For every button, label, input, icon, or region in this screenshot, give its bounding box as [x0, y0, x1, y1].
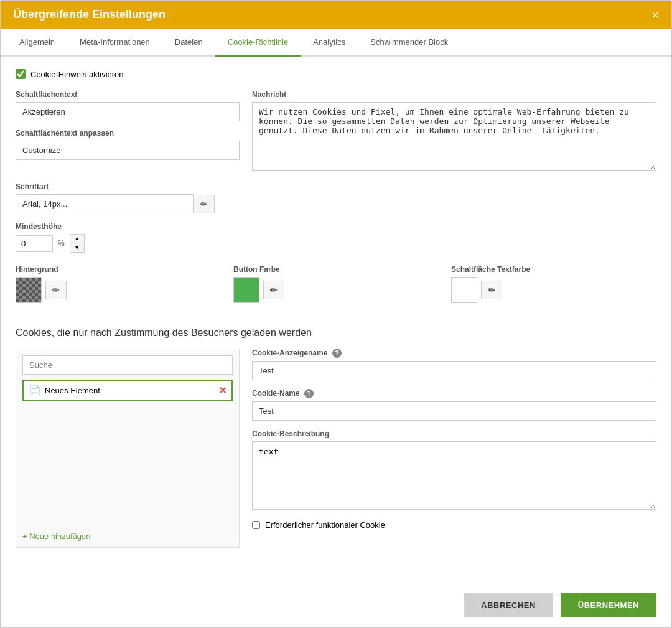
right-panel: Cookie-Anzeigename ? Cookie-Name ? Cooki…: [252, 349, 656, 548]
button-text-input[interactable]: [16, 102, 240, 121]
cookie-display-name-input[interactable]: [252, 361, 656, 380]
textfarbe-label: Schaltfläche Textfarbe: [451, 265, 656, 274]
add-new-link[interactable]: + Neue hinzufügen: [22, 525, 233, 541]
functional-cookie-label: Erforderlicher funktionaler Cookie: [265, 520, 385, 530]
background-swatch-row: ✏: [16, 277, 221, 303]
cookie-display-name-help[interactable]: ?: [332, 349, 342, 358]
functional-cookie-row: Erforderlicher funktionaler Cookie: [252, 520, 656, 530]
activate-checkbox-label: Cookie-Hinweis aktivieren: [30, 70, 124, 79]
tab-bar: Allgemein Meta-Informationen Dateien Coo…: [1, 29, 671, 57]
tab-cookie[interactable]: Cookie-Richtlinie: [215, 29, 301, 57]
button-text-customize-input[interactable]: [16, 141, 240, 160]
stepper-up-button[interactable]: ▲: [70, 235, 84, 243]
min-height-section: Mindesthöhe % ▲ ▼: [16, 222, 656, 253]
background-label: Hintergrund: [16, 265, 221, 274]
top-two-col: Schaltflächentext Schaltflächentext anpa…: [16, 90, 656, 172]
cookie-name-input[interactable]: [252, 401, 656, 421]
stepper-down-button[interactable]: ▼: [70, 243, 84, 252]
stepper-buttons: ▲ ▼: [70, 234, 85, 253]
cookie-name-help[interactable]: ?: [304, 389, 314, 398]
cookie-display-name-label: Cookie-Anzeigename ?: [252, 349, 656, 358]
button-farbe-edit-button[interactable]: ✏: [263, 281, 284, 299]
close-button[interactable]: ×: [651, 9, 659, 21]
min-height-row: % ▲ ▼: [16, 234, 656, 253]
message-textarea[interactable]: Wir nutzen Cookies und Pixel, um Ihnen e…: [252, 102, 656, 171]
left-panel: 📄 Neues Element ✕ + Neue hinzufügen: [16, 349, 240, 548]
bottom-section: 📄 Neues Element ✕ + Neue hinzufügen Cook…: [16, 349, 656, 548]
functional-cookie-checkbox[interactable]: [252, 521, 260, 529]
textfarbe-swatch-row: ✏: [451, 277, 656, 303]
dialog-body: Cookie-Hinweis aktivieren Schaltflächent…: [1, 57, 671, 583]
button-text-customize-label: Schaltflächentext anpassen: [16, 129, 240, 138]
remove-item-button[interactable]: ✕: [218, 385, 226, 396]
background-swatch: [16, 277, 42, 303]
textfarbe-col: Schaltfläche Textfarbe ✏: [451, 265, 656, 303]
button-farbe-swatch: [233, 277, 259, 303]
color-row: Hintergrund ✏ Button Farbe ✏ Schaltfläch…: [16, 265, 656, 303]
message-col: Nachricht Wir nutzen Cookies und Pixel, …: [252, 90, 656, 172]
font-label: Schriftart: [16, 182, 656, 191]
tab-meta[interactable]: Meta-Informationen: [67, 29, 162, 57]
message-label: Nachricht: [252, 90, 656, 99]
cookie-name-label: Cookie-Name ?: [252, 389, 656, 398]
dialog-title: Übergreifende Einstellungen: [13, 8, 166, 21]
cookie-description-label: Cookie-Beschreibung: [252, 429, 656, 438]
font-edit-button[interactable]: ✏: [194, 195, 215, 213]
textfarbe-swatch: [451, 277, 477, 303]
button-farbe-swatch-row: ✏: [233, 277, 439, 303]
font-field: ✏: [16, 194, 215, 213]
search-input[interactable]: [22, 355, 233, 375]
min-height-unit: %: [58, 239, 65, 248]
textfarbe-edit-button[interactable]: ✏: [481, 281, 502, 299]
background-col: Hintergrund ✏: [16, 265, 221, 303]
min-height-label: Mindesthöhe: [16, 222, 656, 231]
button-text-col: Schaltflächentext Schaltflächentext anpa…: [16, 90, 240, 172]
tab-dateien[interactable]: Dateien: [162, 29, 215, 57]
font-input[interactable]: [16, 194, 194, 213]
apply-button[interactable]: ÜBERNEHMEN: [561, 593, 656, 617]
cookie-description-textarea[interactable]: text: [252, 441, 656, 510]
button-farbe-col: Button Farbe ✏: [233, 265, 439, 303]
section-divider: [16, 316, 656, 316]
list-item[interactable]: 📄 Neues Element ✕: [22, 380, 233, 401]
tab-schwimmend[interactable]: Schwimmender Block: [358, 29, 460, 57]
tab-allgemein[interactable]: Allgemein: [7, 29, 67, 57]
min-height-input[interactable]: [16, 235, 53, 252]
section-title: Cookies, die nur nach Zustimmung des Bes…: [16, 327, 656, 339]
tab-analytics[interactable]: Analytics: [301, 29, 358, 57]
button-text-label: Schaltflächentext: [16, 90, 240, 99]
font-row: Schriftart ✏: [16, 182, 656, 213]
background-edit-button[interactable]: ✏: [45, 281, 67, 299]
dialog-container: Übergreifende Einstellungen × Allgemein …: [0, 0, 672, 628]
activate-checkbox[interactable]: [16, 69, 26, 79]
cookie-name-field: Cookie-Name ?: [252, 389, 656, 421]
list-item-inner: 📄 Neues Element: [29, 385, 100, 396]
cookie-description-field: Cookie-Beschreibung text: [252, 429, 656, 512]
dialog-footer: ABBRECHEN ÜBERNEHMEN: [1, 583, 671, 627]
file-icon: 📄: [29, 385, 41, 396]
list-item-label: Neues Element: [45, 386, 100, 395]
activate-checkbox-row: Cookie-Hinweis aktivieren: [16, 69, 656, 79]
cookie-display-name-field: Cookie-Anzeigename ?: [252, 349, 656, 380]
button-farbe-label: Button Farbe: [233, 265, 439, 274]
dialog-header: Übergreifende Einstellungen ×: [1, 1, 671, 29]
cancel-button[interactable]: ABBRECHEN: [464, 593, 553, 617]
